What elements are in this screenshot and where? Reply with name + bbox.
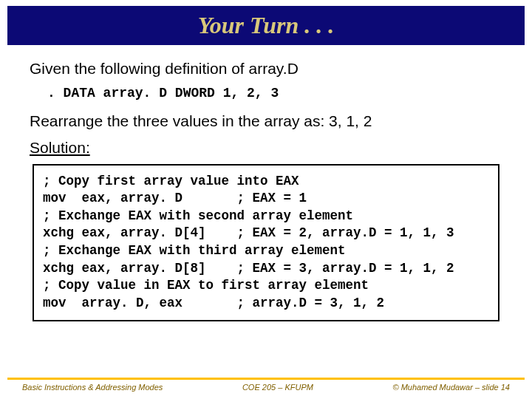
footer: Basic Instructions & Addressing Modes CO… (0, 383, 532, 392)
intro-text: Given the following definition of array.… (30, 60, 502, 78)
rearrange-instruction: Rearrange the three values in the array … (30, 112, 502, 130)
footer-center: COE 205 – KFUPM (242, 383, 313, 392)
solution-code-box: ; Copy first array value into EAX mov ea… (33, 164, 499, 321)
title-bar: Your Turn . . . (7, 6, 525, 45)
data-definition-code: . DATA array. D DWORD 1, 2, 3 (47, 85, 502, 102)
footer-divider (7, 378, 525, 380)
slide-content: Given the following definition of array.… (0, 45, 532, 321)
solution-label: Solution: (30, 139, 502, 157)
footer-right: © Muhamed Mudawar – slide 14 (392, 383, 510, 392)
slide-title: Your Turn . . . (198, 12, 335, 38)
footer-left: Basic Instructions & Addressing Modes (22, 383, 163, 392)
